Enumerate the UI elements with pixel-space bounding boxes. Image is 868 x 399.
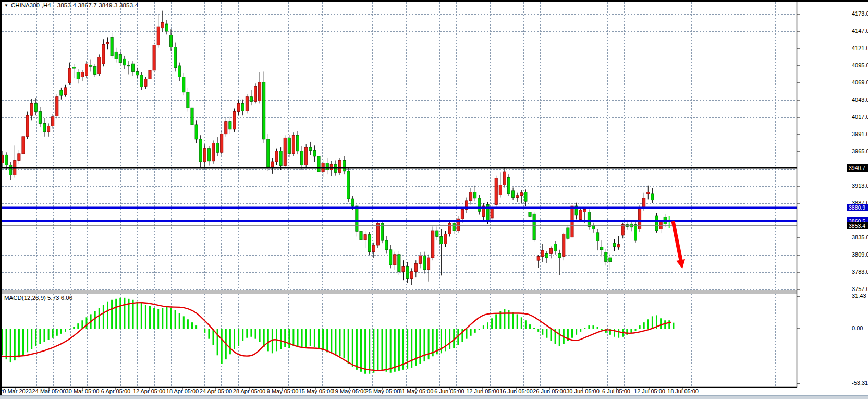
- macd-histogram-bar: [242, 329, 243, 341]
- macd-histogram-bar: [263, 329, 265, 347]
- date-axis-label[interactable]: 18 Apr 05:00: [166, 388, 199, 394]
- macd-histogram-bar: [559, 329, 560, 346]
- macd-axis-label: 0.00: [852, 325, 863, 331]
- bull-candle-body: [161, 22, 164, 28]
- symbol-dropdown-icon[interactable]: ▼: [4, 3, 8, 8]
- date-axis-label[interactable]: 6 Apr 05:00: [101, 388, 130, 394]
- bull-candle-body: [364, 235, 366, 240]
- bear-candle-body: [368, 235, 371, 252]
- bull-candle-body: [491, 209, 493, 218]
- date-axis-label[interactable]: 30 Mar 05:00: [66, 388, 100, 394]
- date-axis-label[interactable]: 6 Jun 05:00: [434, 388, 464, 394]
- date-axis-label[interactable]: 12 Jun 05:00: [466, 388, 499, 394]
- date-axis-label[interactable]: 24 Apr 05:00: [200, 388, 232, 394]
- macd-histogram-bar: [664, 320, 666, 329]
- macd-histogram-bar: [229, 329, 231, 354]
- macd-histogram-bar: [352, 329, 353, 367]
- macd-histogram-bar: [495, 314, 497, 329]
- date-axis-label[interactable]: 12 Apr 05:00: [133, 388, 165, 394]
- bull-candle-body: [237, 103, 240, 111]
- macd-histogram-bar: [614, 329, 615, 337]
- macd-histogram-bar: [331, 329, 332, 353]
- symbol-info-bar[interactable]: ▼CHINA300-,H43853.4 3867.7 3849.3 3853.4: [4, 2, 138, 8]
- macd-histogram-bar: [673, 323, 674, 329]
- bull-candle-body: [275, 151, 278, 162]
- bear-candle-body: [356, 206, 358, 231]
- macd-histogram-bar: [647, 319, 649, 329]
- date-axis-label[interactable]: 9 May 05:00: [267, 388, 299, 394]
- bull-candle-body: [394, 255, 396, 265]
- bear-candle-body: [343, 160, 346, 171]
- macd-histogram-bar: [529, 324, 531, 329]
- macd-axis-label: -53.31: [852, 380, 868, 386]
- macd-histogram-bar: [162, 308, 163, 329]
- bull-candle-body: [85, 64, 88, 76]
- date-axis-label[interactable]: 20 Mar 2023: [0, 388, 32, 394]
- price-axis-label: 3965.0: [852, 148, 868, 154]
- date-axis-label[interactable]: 28 Apr 05:00: [233, 388, 265, 394]
- bull-candle-body: [338, 160, 341, 172]
- bull-candle-body: [461, 209, 463, 219]
- date-axis-label[interactable]: 16 Jun 05:00: [499, 388, 533, 394]
- macd-histogram-bar: [137, 302, 138, 329]
- date-axis-label[interactable]: 12 Jul 05:00: [634, 388, 665, 394]
- bull-candle-body: [516, 196, 519, 198]
- macd-histogram-bar: [428, 329, 430, 359]
- bear-candle-body: [309, 147, 312, 150]
- bear-candle-body: [60, 90, 63, 95]
- bear-candle-body: [119, 54, 121, 62]
- bear-candle-body: [406, 267, 409, 279]
- bull-candle-body: [549, 248, 552, 253]
- bear-candle-body: [199, 139, 202, 162]
- bull-candle-body: [579, 210, 582, 220]
- macd-histogram-bar: [483, 325, 484, 329]
- macd-histogram-bar: [479, 329, 480, 330]
- macd-histogram-bar: [504, 309, 505, 329]
- macd-histogram-bar: [132, 300, 134, 329]
- macd-histogram-bar: [221, 329, 223, 364]
- date-axis-label[interactable]: 24 Mar 05:00: [32, 388, 66, 394]
- macd-histogram-bar: [44, 329, 45, 342]
- macd-histogram-bar: [119, 298, 121, 329]
- bear-candle-body: [34, 103, 37, 111]
- bear-candle-body: [634, 225, 637, 240]
- macd-histogram-bar: [115, 299, 117, 329]
- bear-candle-body: [529, 212, 531, 216]
- macd-histogram-bar: [360, 329, 362, 372]
- macd-histogram-bar: [103, 305, 104, 329]
- bear-candle-body: [140, 75, 143, 87]
- date-axis-label[interactable]: 18 Jul 05:00: [667, 388, 699, 394]
- macd-histogram-bar: [487, 322, 488, 329]
- trading-chart-window: ▼CHINA300-,H43853.4 3867.7 3849.3 3853.4…: [0, 0, 868, 399]
- macd-histogram-bar: [280, 329, 282, 349]
- bull-candle-body: [153, 45, 155, 70]
- date-axis-label[interactable]: 6 Jul 05:00: [602, 388, 630, 394]
- date-axis-label[interactable]: 30 Jun 05:00: [566, 388, 600, 394]
- date-axis-label[interactable]: 19 May 05:00: [332, 388, 367, 394]
- macd-histogram-bar: [18, 329, 20, 357]
- horizontal-scrollbar-strip[interactable]: [0, 395, 868, 399]
- bear-candle-body: [288, 138, 290, 153]
- macd-histogram-bar: [35, 329, 36, 346]
- macd-histogram-bar: [356, 329, 358, 370]
- bull-candle-body: [102, 44, 105, 64]
- macd-histogram-bar: [234, 329, 235, 349]
- macd-histogram-bar: [99, 308, 100, 329]
- date-axis-label[interactable]: 15 May 05:00: [299, 388, 334, 394]
- bull-candle-body: [292, 135, 295, 154]
- macd-histogram-bar: [153, 308, 155, 329]
- macd-histogram-bar: [525, 320, 527, 329]
- bear-candle-body: [94, 66, 96, 74]
- macd-signal-line: [2, 303, 671, 370]
- date-axis-label[interactable]: 26 Jun 05:00: [533, 388, 566, 394]
- bear-candle-body: [317, 156, 320, 172]
- chart-canvas[interactable]: [0, 0, 868, 399]
- date-axis-label[interactable]: 31 May 05:00: [399, 388, 434, 394]
- macd-histogram-bar: [22, 329, 24, 355]
- date-axis-label[interactable]: 25 May 05:00: [365, 388, 400, 394]
- macd-histogram-bar: [424, 329, 425, 361]
- bear-candle-body: [195, 125, 198, 139]
- bull-candle-body: [26, 115, 29, 137]
- bull-candle-body: [68, 68, 71, 83]
- bear-candle-body: [191, 108, 193, 125]
